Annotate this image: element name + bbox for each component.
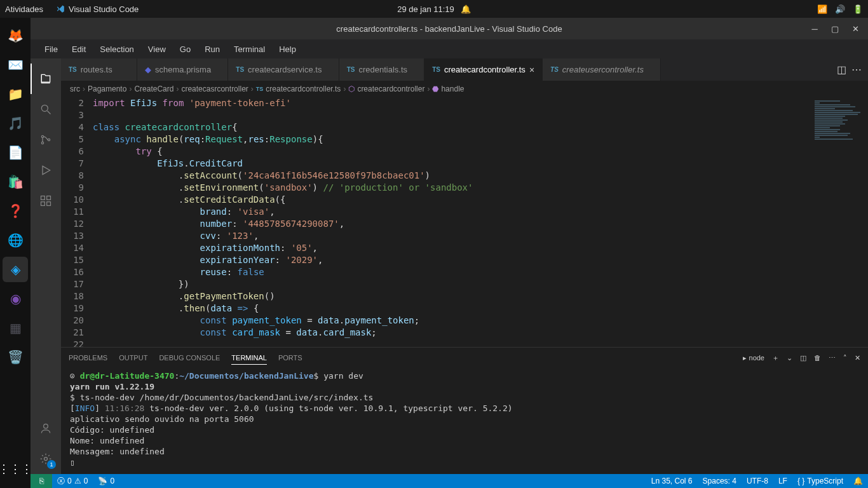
menu-edit[interactable]: Edit xyxy=(65,42,92,57)
tab-createcardservice-ts[interactable]: TScreatecardservice.ts× xyxy=(228,58,339,81)
panel-tab-output[interactable]: OUTPUT xyxy=(119,351,147,364)
activity-debug[interactable] xyxy=(31,155,61,186)
settings-badge: 1 xyxy=(47,460,56,469)
vscode-icon xyxy=(56,4,65,13)
notification-icon: 🔔 xyxy=(461,4,471,14)
activity-scm[interactable] xyxy=(31,125,61,155)
split-editor-icon[interactable]: ◫ xyxy=(837,64,846,76)
app-name: Visual Studio Code xyxy=(69,4,139,14)
menu-view[interactable]: View xyxy=(142,42,172,57)
menu-file[interactable]: File xyxy=(38,42,64,57)
svg-point-8 xyxy=(44,424,48,428)
status-feedback[interactable]: 🔔 xyxy=(848,477,868,485)
menu-selection[interactable]: Selection xyxy=(93,42,140,57)
clock[interactable]: 29 de jan 11:19 🔔 xyxy=(397,4,471,14)
titlebar: createcardcontroller.ts - backendJanLive… xyxy=(31,18,868,39)
menu-help[interactable]: Help xyxy=(273,42,302,57)
dock-insomnia[interactable]: ◉ xyxy=(3,286,28,311)
tab-createusercontroller-ts[interactable]: TScreateusercontroller.ts× xyxy=(543,58,661,81)
panel-tab-problems[interactable]: PROBLEMS xyxy=(69,351,107,364)
battery-icon[interactable]: 🔋 xyxy=(853,4,863,14)
window-title: createcardcontroller.ts - backendJanLive… xyxy=(336,24,562,34)
volume-icon[interactable]: 🔊 xyxy=(835,4,845,14)
menu-go[interactable]: Go xyxy=(173,42,197,57)
ts-icon: TS xyxy=(69,66,77,73)
split-terminal-icon[interactable]: ◫ xyxy=(800,354,806,362)
dock-apps-grid[interactable]: ⋮⋮⋮ xyxy=(3,456,28,482)
dock-vscode[interactable]: ◈ xyxy=(3,257,28,282)
dock-beekeeper[interactable]: ▦ xyxy=(3,315,28,341)
ts-icon: TS xyxy=(236,66,244,73)
dock-writer[interactable]: 📄 xyxy=(3,140,28,165)
tab-routes-ts[interactable]: TSroutes.ts× xyxy=(61,58,137,81)
activity-search[interactable] xyxy=(31,94,61,125)
close-button[interactable]: ✕ xyxy=(846,21,864,36)
status-lang[interactable]: { } TypeScript xyxy=(792,477,848,485)
svg-point-2 xyxy=(41,142,43,144)
ts-icon: TS xyxy=(432,66,440,73)
tab-schema-prisma[interactable]: ◆schema.prisma× xyxy=(137,58,228,81)
tab-bar: TSroutes.ts×◆schema.prisma×TScreatecards… xyxy=(61,58,868,81)
menu-run[interactable]: Run xyxy=(198,42,226,57)
ts-icon: TS xyxy=(347,66,355,73)
dock-help[interactable]: ❓ xyxy=(3,198,28,224)
svg-point-3 xyxy=(48,139,50,140)
panel-tab-ports[interactable]: PORTS xyxy=(278,351,302,364)
dock-files[interactable]: 📁 xyxy=(3,81,28,107)
minimize-button[interactable]: ─ xyxy=(806,21,824,36)
gnome-top-bar: Atividades Visual Studio Code 29 de jan … xyxy=(0,0,868,18)
terminal-dropdown-icon[interactable]: ⌄ xyxy=(787,354,792,362)
more-actions-icon[interactable]: ⋯ xyxy=(851,64,862,76)
status-eol[interactable]: LF xyxy=(773,477,792,485)
status-errors[interactable]: ⓧ 0 ⚠ 0 xyxy=(52,476,93,487)
menu-terminal[interactable]: Terminal xyxy=(227,42,271,57)
panel-tabs: PROBLEMS OUTPUT DEBUG CONSOLE TERMINAL P… xyxy=(61,348,868,368)
new-terminal-icon[interactable]: ＋ xyxy=(772,353,779,363)
code-editor[interactable]: 234567891011121314151617181920212223 imp… xyxy=(61,97,868,347)
svg-rect-6 xyxy=(41,202,45,206)
panel-tab-terminal[interactable]: TERMINAL xyxy=(231,351,267,365)
svg-point-1 xyxy=(41,135,43,137)
kill-terminal-icon[interactable]: 🗑 xyxy=(814,354,821,362)
terminal-output[interactable]: ⊙ dr@dr-Latitude-3470:~/Documentos/backe… xyxy=(61,368,868,474)
activity-settings[interactable]: 1 xyxy=(31,444,61,474)
activity-account[interactable] xyxy=(31,413,61,444)
dock-rhythmbox[interactable]: 🎵 xyxy=(3,111,28,136)
close-panel-icon[interactable]: ✕ xyxy=(855,354,860,362)
status-spaces[interactable]: Spaces: 4 xyxy=(698,477,742,485)
tab-createcardcontroller-ts[interactable]: TScreatecardcontroller.ts× xyxy=(424,58,543,81)
breadcrumb[interactable]: src› Pagamento› CreateCard› createcasrco… xyxy=(61,81,868,97)
dock-chrome[interactable]: 🌐 xyxy=(3,227,28,253)
editor-area: TSroutes.ts×◆schema.prisma×TScreatecards… xyxy=(61,58,868,474)
dock-firefox[interactable]: 🦊 xyxy=(3,23,28,48)
app-indicator[interactable]: Visual Studio Code xyxy=(56,4,139,14)
minimap[interactable] xyxy=(804,97,868,347)
wifi-icon[interactable]: 📶 xyxy=(817,4,827,14)
activities-button[interactable]: Atividades xyxy=(5,4,43,14)
maximize-button[interactable]: ▢ xyxy=(826,21,844,36)
line-gutter: 234567891011121314151617181920212223 xyxy=(61,97,93,347)
dock-thunderbird[interactable]: ✉️ xyxy=(3,52,28,78)
close-tab-icon[interactable]: × xyxy=(529,65,534,75)
svg-rect-5 xyxy=(47,196,51,200)
status-encoding[interactable]: UTF-8 xyxy=(742,477,773,485)
svg-rect-4 xyxy=(41,196,45,200)
tab-label: schema.prisma xyxy=(155,65,211,74)
dock-trash[interactable]: 🗑️ xyxy=(3,344,28,370)
activity-extensions[interactable] xyxy=(31,186,61,216)
panel-tab-debug[interactable]: DEBUG CONSOLE xyxy=(159,351,220,364)
code-content[interactable]: import EfiJs from 'payment-token-efi' cl… xyxy=(93,97,804,347)
class-icon: ⬡ xyxy=(348,85,355,93)
maximize-panel-icon[interactable]: ˄ xyxy=(843,354,847,362)
activity-bar: 1 xyxy=(31,58,61,474)
ts-icon: TS xyxy=(256,86,264,92)
activity-explorer[interactable] xyxy=(31,64,61,94)
tab-credentials-ts[interactable]: TScredentials.ts× xyxy=(339,58,425,81)
dock-software[interactable]: 🛍️ xyxy=(3,169,28,194)
method-icon: ⬣ xyxy=(432,85,438,93)
status-ports[interactable]: 📡 0 xyxy=(93,477,119,485)
remote-button[interactable]: ⎘ xyxy=(31,474,52,488)
more-terminal-icon[interactable]: ⋯ xyxy=(829,354,836,362)
status-lncol[interactable]: Ln 35, Col 6 xyxy=(646,477,698,485)
terminal-shell-label[interactable]: ▸ node xyxy=(743,354,764,362)
